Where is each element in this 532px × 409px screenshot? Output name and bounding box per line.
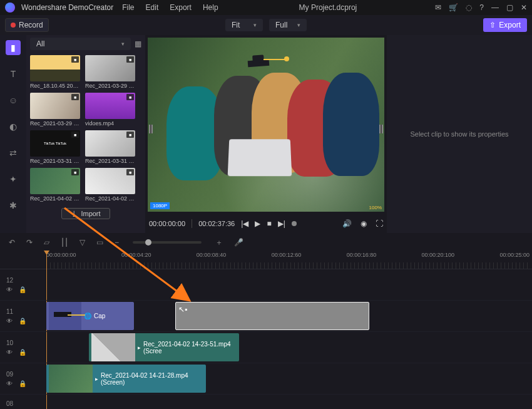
globe-icon: 🌐 [84,313,91,319]
export-button[interactable]: ⇧ Export [483,18,527,32]
preview-image [148,38,384,212]
stop-button[interactable]: ■ [267,219,271,228]
timeline-drop-target[interactable]: ↖▪ [175,302,369,330]
track-visibility-icon[interactable]: 👁 [6,286,13,293]
full-dropdown[interactable]: Full ▾ [269,19,307,31]
timeline-ruler[interactable]: 00:00:00:00 00:00:04:20 00:00:08:40 00:0… [0,252,532,269]
clip-name: Rec_2021-04-02 14... [30,195,80,202]
preview-canvas[interactable]: 1080P 100% [148,38,384,212]
zoom-out-icon[interactable]: − [115,238,119,247]
clip-label: Rec_2021-04-02 14-21-28.mp4 (Screen) [101,372,206,386]
window-close[interactable]: ✕ [521,3,527,12]
transitions-tab-icon[interactable]: ⇄ [6,145,21,160]
track-lock-icon[interactable]: 🔒 [19,380,26,387]
next-frame-button[interactable]: ▶| [278,219,285,228]
split-button[interactable]: ⎮⎮ [61,238,68,247]
track-visibility-icon[interactable]: 👁 [6,380,13,387]
effects-tab-icon[interactable]: ✦ [6,172,21,187]
track-number: 10 [6,339,16,346]
transport-bar: 00:00:00:00 00:02:37:36 |◀ ▶ ■ ▶| 🔊 ◉ ⛶ [145,214,387,233]
window-restore[interactable]: ▢ [506,3,513,12]
media-clip[interactable]: ■ Rec_2021-03-31 14... [30,130,80,164]
menu-file[interactable]: File [120,2,136,13]
video-badge-icon: ■ [71,169,79,175]
time-total: 00:02:37:36 [198,220,235,227]
track-lock-icon[interactable]: 🔒 [19,349,26,356]
zoom-badge: 100% [369,205,382,210]
fit-dropdown[interactable]: Fit ▾ [225,19,263,31]
record-button[interactable]: Record [5,18,49,32]
media-clip[interactable]: ■ Rec_18.10.45 2021... [30,55,80,89]
play-button[interactable]: ▶ [255,219,260,228]
track-lock-icon[interactable]: 🔒 [19,286,26,293]
menu-edit[interactable]: Edit [143,2,161,13]
track-row: 08 [0,395,532,409]
track-visibility-icon[interactable]: 👁 [6,318,13,324]
menu-help[interactable]: Help [200,2,221,13]
full-label: Full [275,21,287,29]
import-button[interactable]: ⭳ Import [61,208,110,219]
cart-icon[interactable]: 🛒 [449,3,458,12]
globe-tab-icon[interactable]: ◐ [6,119,21,134]
media-clip[interactable]: ■ vidoes.mp4 [85,93,135,127]
loop-toggle[interactable] [292,221,297,226]
snapshot-icon[interactable]: ◉ [361,219,367,228]
mic-icon[interactable]: 🎤 [234,238,243,247]
crop-button[interactable]: ▱ [44,238,49,247]
zoom-slider[interactable] [133,241,202,244]
track-row: 12 👁 🔒 [0,269,532,301]
fullscreen-icon[interactable]: ⛶ [376,219,383,228]
track-body[interactable]: 🌐 Cap ↖▪ [46,301,532,331]
export-icon: ⇧ [489,21,496,29]
help-icon[interactable]: ? [479,3,484,12]
volume-icon[interactable]: 🔊 [342,219,352,228]
account-icon[interactable]: ◌ [466,3,472,12]
menu-export[interactable]: Export [167,2,194,13]
aspect-button[interactable]: ▭ [96,238,103,247]
track-visibility-icon[interactable]: 👁 [6,349,13,356]
media-clip[interactable]: ■ Rec_2021-04-02 14... [30,168,80,202]
media-clip[interactable]: ■ Rec_2021-03-29 09... [85,55,135,89]
cursor-icon: ↖▪ [178,305,187,314]
media-filter-label: All [36,39,44,48]
cap-annotation-icon [49,302,81,330]
timeline-clip-cap[interactable]: 🌐 Cap [46,302,134,330]
text-tab-icon[interactable]: T [6,66,21,81]
window-minimize[interactable]: — [491,3,499,12]
undo-button[interactable]: ↶ [9,238,15,247]
media-clip[interactable]: ■ Rec_2021-03-31 16... [85,130,135,164]
clip-name: Rec_2021-03-31 14... [30,158,80,164]
import-icon: ⭳ [71,210,78,217]
app-name: Wondershare DemoCreator [21,3,113,12]
title-bar: Wondershare DemoCreator File Edit Export… [0,0,532,15]
timeline-clip[interactable]: ▸ Rec_2021-04-02 14-23-51.mp4 (Scree [89,333,239,361]
track-lock-icon[interactable]: 🔒 [19,318,26,324]
cursor-tab-icon[interactable]: ✱ [6,198,21,213]
marker-button[interactable]: ▽ [79,238,85,247]
redo-button[interactable]: ↷ [26,238,33,247]
track-number: 11 [6,308,16,315]
stickers-tab-icon[interactable]: ☺ [6,93,21,108]
track-body[interactable] [46,269,532,300]
prev-frame-button[interactable]: |◀ [241,219,248,228]
video-badge-icon: ■ [71,132,79,138]
media-filter-dropdown[interactable]: All ▾ [30,38,131,50]
media-pane: All ▾ ▦ ■ Rec_18.10.45 2021... ■ Rec_202… [26,35,145,233]
video-badge-icon: ■ [126,132,134,138]
grid-view-icon[interactable]: ▦ [135,39,141,48]
track-body[interactable]: ▸ Rec_2021-04-02 14-23-51.mp4 (Scree [46,332,532,363]
project-title: My Project.dcproj [227,3,429,12]
timeline-clip[interactable]: ▸ Rec_2021-04-02 14-21-28.mp4 (Screen) [46,365,206,393]
video-badge-icon: ■ [126,169,134,175]
clip-thumbnail [49,365,93,393]
media-clip[interactable]: ■ Rec_2021-03-29 09... [30,93,80,127]
time-current: 00:00:00:00 [149,220,185,227]
track-body[interactable]: ▸ Rec_2021-04-02 14-21-28.mp4 (Screen) [46,363,532,394]
record-label: Record [19,21,43,29]
media-tab-icon[interactable]: ▮ [6,40,21,55]
media-clip[interactable]: ■ Rec_2021-04-02 14... [85,168,135,202]
chevron-down-icon: ▾ [297,22,300,28]
mail-icon[interactable]: ✉ [435,3,441,12]
track-body[interactable] [46,395,532,409]
zoom-in-icon[interactable]: ＋ [215,237,223,248]
